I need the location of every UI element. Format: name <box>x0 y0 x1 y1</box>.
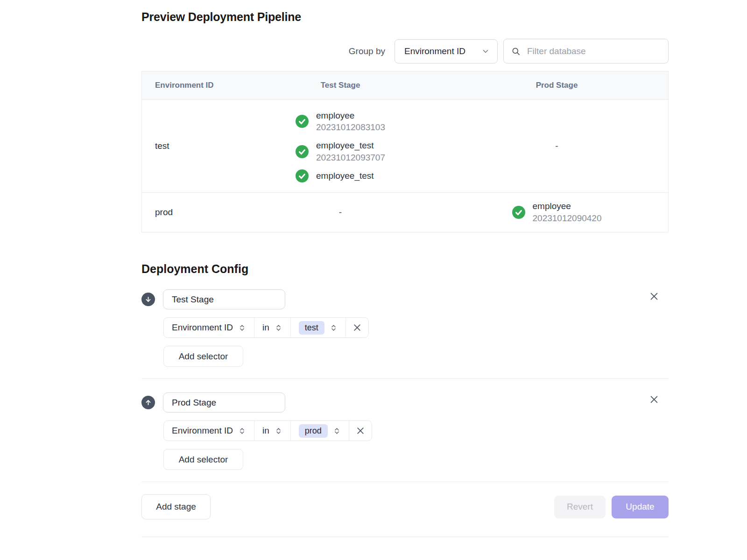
success-check-icon <box>296 115 309 128</box>
database-item: employee 20231012083103 <box>296 110 385 133</box>
selector-value-badge: test <box>299 321 324 335</box>
close-icon <box>649 291 659 301</box>
group-by-selected-value: Environment ID <box>404 46 481 56</box>
success-check-icon <box>512 206 525 219</box>
selector-row: Environment ID in test <box>163 317 669 338</box>
column-header-environment-id: Environment ID <box>142 81 235 90</box>
add-selector-button[interactable]: Add selector <box>163 346 243 367</box>
search-icon <box>511 47 521 56</box>
filter-database-box <box>503 39 669 63</box>
chevron-up-down-icon <box>330 324 338 332</box>
database-list: employee 20231012083103 employee_test 20… <box>296 110 385 183</box>
add-stage-button[interactable]: Add stage <box>141 494 211 519</box>
database-name: employee_test <box>316 170 374 182</box>
prod-stage-empty: - <box>445 141 668 151</box>
config-footer: Add stage Revert Update <box>141 494 669 519</box>
pipeline-table: Environment ID Test Stage Prod Stage tes… <box>141 71 669 232</box>
arrow-up-icon <box>145 399 152 406</box>
selector-key-select[interactable]: Environment ID <box>164 318 254 337</box>
arrow-down-icon <box>145 296 152 303</box>
database-item: employee_test 20231012093707 <box>296 140 385 163</box>
selector-row: Environment ID in prod <box>163 420 669 441</box>
stage-config-prod: Environment ID in prod <box>141 392 669 470</box>
database-name: employee_test <box>316 140 385 152</box>
table-row: prod - employee 20231012090420 <box>142 192 668 232</box>
group-by-dropdown[interactable]: Environment ID <box>395 39 498 63</box>
test-stage-cell: employee 20231012083103 employee_test 20… <box>235 110 445 183</box>
stage-header <box>141 289 669 309</box>
stage-name-input[interactable] <box>163 392 285 413</box>
environment-name: test <box>142 141 235 151</box>
remove-selector-button[interactable] <box>349 421 372 441</box>
add-selector-button[interactable]: Add selector <box>163 449 243 470</box>
filter-database-input[interactable] <box>526 46 661 57</box>
selector-group: Environment ID in test <box>163 317 369 338</box>
close-icon <box>649 394 659 405</box>
selector-key-value: Environment ID <box>172 322 233 333</box>
success-check-icon <box>296 145 309 158</box>
chevron-up-down-icon <box>333 427 341 435</box>
section-divider <box>141 482 669 482</box>
revert-button[interactable]: Revert <box>554 496 606 518</box>
database-timestamp: 20231012093707 <box>316 152 385 164</box>
selector-key-select[interactable]: Environment ID <box>164 421 254 441</box>
column-header-prod-stage: Prod Stage <box>445 81 668 90</box>
success-check-icon <box>296 169 309 182</box>
main-content: Preview Deployment Pipeline Group by Env… <box>141 0 669 537</box>
selector-operator-select[interactable]: in <box>254 318 290 337</box>
pipeline-table-header: Environment ID Test Stage Prod Stage <box>142 71 668 99</box>
update-button[interactable]: Update <box>612 496 669 518</box>
section-divider <box>141 378 669 379</box>
stage-header <box>141 392 669 413</box>
environment-name: prod <box>142 207 235 217</box>
group-by-label: Group by <box>349 46 385 56</box>
column-header-test-stage: Test Stage <box>235 81 445 90</box>
remove-stage-button[interactable] <box>647 392 661 406</box>
selector-operator-value: in <box>262 426 269 436</box>
prod-stage-cell: employee 20231012090420 <box>445 200 668 224</box>
page-title: Preview Deployment Pipeline <box>141 0 669 24</box>
stage-config-test: Environment ID in test <box>141 289 669 367</box>
chevron-up-down-icon <box>238 427 246 435</box>
move-stage-down-button[interactable] <box>141 293 155 306</box>
database-item: employee_test <box>296 169 374 182</box>
selector-operator-select[interactable]: in <box>254 421 290 441</box>
selector-key-value: Environment ID <box>172 426 233 436</box>
test-stage-empty: - <box>235 207 445 217</box>
selector-operator-value: in <box>262 322 269 333</box>
selector-value-badge: prod <box>299 424 328 438</box>
stage-name-input[interactable] <box>163 289 285 309</box>
database-name: employee <box>533 200 602 212</box>
table-row: test employee 20231012083103 employee_te… <box>142 99 668 192</box>
database-timestamp: 20231012083103 <box>316 121 385 133</box>
chevron-up-down-icon <box>275 427 282 435</box>
database-list: employee 20231012090420 <box>512 200 602 224</box>
selector-value-select[interactable]: prod <box>290 421 349 441</box>
footer-actions: Revert Update <box>554 496 669 518</box>
database-name: employee <box>316 110 385 122</box>
close-icon <box>356 426 365 435</box>
selector-group: Environment ID in prod <box>163 420 372 441</box>
remove-selector-button[interactable] <box>345 318 368 337</box>
deployment-config-title: Deployment Config <box>141 262 669 276</box>
database-item: employee 20231012090420 <box>512 200 602 224</box>
bottom-divider <box>141 537 669 537</box>
database-timestamp: 20231012090420 <box>533 212 602 224</box>
table-controls: Group by Environment ID <box>141 39 669 63</box>
chevron-up-down-icon <box>238 324 246 332</box>
remove-stage-button[interactable] <box>647 289 661 303</box>
close-icon <box>352 323 362 332</box>
chevron-up-down-icon <box>275 324 282 332</box>
move-stage-up-button[interactable] <box>141 396 155 409</box>
selector-value-select[interactable]: test <box>290 318 345 337</box>
chevron-down-icon <box>481 47 490 56</box>
